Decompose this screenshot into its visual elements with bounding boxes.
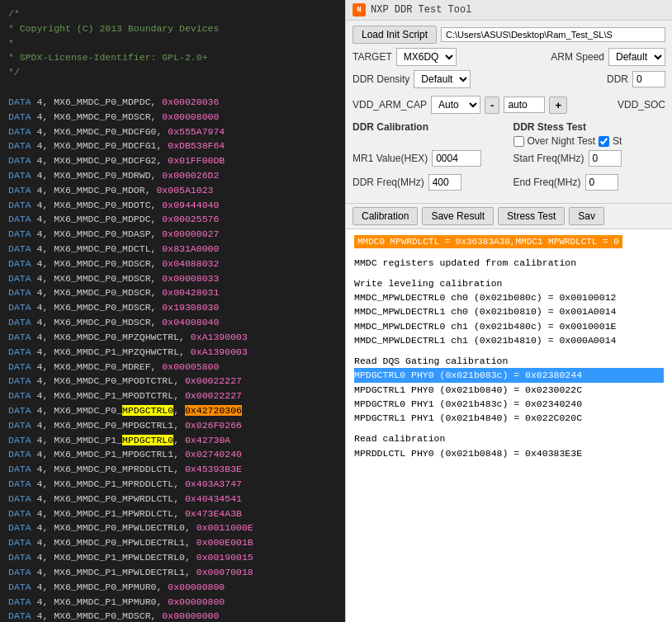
load-script-button[interactable]: Load Init Script bbox=[353, 26, 437, 44]
start-freq-col: Start Freq(MHz) bbox=[513, 150, 666, 171]
stress-test-button[interactable]: Stress Test bbox=[498, 207, 565, 225]
ddr-stress-col: DDR Stess Test Over Night Test St bbox=[513, 121, 666, 147]
code-line: DATA 4, MX6_MMDC_P0_MDCFG0, 0x555A7974 bbox=[8, 125, 337, 139]
vdd-minus-button[interactable]: - bbox=[485, 97, 499, 114]
end-freq-input[interactable] bbox=[585, 174, 618, 191]
code-line: DATA 4, MX6_MMDC_P0_MDOR, 0x005A1023 bbox=[8, 183, 337, 198]
vdd-plus-button[interactable]: + bbox=[549, 97, 567, 114]
code-line: */ bbox=[8, 65, 337, 80]
output-area: MMDC0 MPWRDLCTL = 0x36383A38,MMDC1 MPWRD… bbox=[346, 229, 672, 622]
code-line: DATA 4, MX6_MMDC_P1_MPODTCTRL, 0x0002222… bbox=[8, 389, 337, 403]
write-line: MMDC_MPWLDECTRL0 ch0 (0x021b080c) = 0x00… bbox=[354, 290, 664, 304]
read-line: MPRDDLCTL PHY0 (0x021b0848) = 0x40383E3E bbox=[354, 446, 664, 460]
write-line: MMDC_MPWLDECTRL0 ch1 (0x021b480c) = 0x00… bbox=[354, 319, 664, 333]
mr1-col: MR1 Value(HEX) bbox=[353, 150, 505, 171]
ddr-density-select[interactable]: Default bbox=[414, 70, 471, 88]
button-bar: Calibration Save Result Stress Test Sav bbox=[346, 204, 672, 229]
code-line: DATA 4, MX6_MMDC_P0_MPRDDLCTL, 0x45393B3… bbox=[8, 462, 337, 477]
code-line: DATA 4, MX6_MMDC_P0_MDSCR, 0x00008033 bbox=[8, 271, 337, 286]
end-freq-col: End Freq(MHz) bbox=[513, 174, 666, 195]
vdd-arm-cap-label: VDD_ARM_CAP bbox=[353, 99, 427, 111]
mr1-input[interactable] bbox=[432, 150, 481, 167]
code-line: DATA 4, MX6_MMDC_P0_MDCTL, 0x831A0000 bbox=[8, 242, 337, 257]
write-line: MMDC_MPWLDECTRL1 ch0 (0x021b0810) = 0x00… bbox=[354, 304, 664, 318]
code-line: DATA 4, MX6_MMDC_P0_MDOTC, 0x09444040 bbox=[8, 198, 337, 213]
ddr-stress-label: DDR Stess Test bbox=[513, 121, 666, 133]
code-editor: /* * Copyright (C) 2013 Boundary Devices… bbox=[0, 0, 345, 622]
ddr-freq-input[interactable] bbox=[428, 174, 461, 191]
code-line: DATA 4, MX6_MMDC_P0_MPWLDECTRL0, 0x00110… bbox=[8, 521, 337, 535]
mr1-row: MR1 Value(HEX) bbox=[353, 150, 505, 167]
code-line: DATA 4, MX6_MMDC_P0_MPDGCTRL1, 0x026F026… bbox=[8, 418, 337, 433]
code-line: /* bbox=[8, 7, 337, 21]
output-heading: MMDC registers updated from calibration bbox=[354, 256, 664, 270]
code-line bbox=[8, 80, 337, 95]
code-line: DATA 4, MX6_MMDC_P0_MDPDC, 0x00020036 bbox=[8, 95, 337, 110]
code-line: DATA 4, MX6_MMDC_P0_MDCFG2, 0x01FF00DB bbox=[8, 153, 337, 168]
ddr-label: DDR bbox=[607, 73, 628, 85]
overnight-checkbox[interactable] bbox=[513, 136, 524, 147]
script-path[interactable]: C:\Users\ASUS\Desktop\Ram_Test_SL\S bbox=[441, 27, 665, 42]
code-line: DATA 4, MX6_MMDC_P0_MPODTCTRL, 0x0002222… bbox=[8, 374, 337, 389]
ddr-density-label: DDR Density bbox=[353, 73, 409, 85]
ddr-value-input[interactable]: 0 bbox=[632, 71, 665, 87]
save-result-button[interactable]: Save Result bbox=[422, 207, 494, 225]
dqs-line: MPDGCTRL1 PHY1 (0x021b4840) = 0x022C020C bbox=[354, 411, 664, 425]
ddr-density-row: DDR Density Default DDR 0 bbox=[353, 70, 665, 88]
end-freq-label: End Freq(MHz) bbox=[513, 177, 581, 188]
vdd-arm-auto-select[interactable]: Auto bbox=[431, 96, 480, 114]
title-bar: N NXP DDR Test Tool bbox=[346, 0, 672, 21]
read-heading: Read calibration bbox=[354, 431, 664, 445]
write-heading: Write leveling calibration bbox=[354, 276, 664, 290]
target-row: TARGET MX6DQ ARM Speed Default bbox=[353, 48, 665, 66]
overnight-label: Over Night Test bbox=[528, 135, 595, 147]
app-title: NXP DDR Test Tool bbox=[371, 4, 471, 16]
code-line: DATA 4, MX6_MMDC_P0_MDCFG1, 0xDB538F64 bbox=[8, 139, 337, 153]
ddr-freq-col: DDR Freq(MHz) bbox=[353, 174, 505, 195]
code-line: * Copyright (C) 2013 Boundary Devices bbox=[8, 21, 337, 36]
calibration-button[interactable]: Calibration bbox=[353, 207, 418, 225]
write-line: MMDC_MPWLDECTRL1 ch1 (0x021b4810) = 0x00… bbox=[354, 333, 664, 347]
code-line: DATA 4, MX6_MMDC_P0_MPZQHWCTRL, 0xA13900… bbox=[8, 330, 337, 345]
code-line: * bbox=[8, 36, 337, 51]
code-line: DATA 4, MX6_MMDC_P1_MPWLDECTRL1, 0x00070… bbox=[8, 565, 337, 580]
code-line: DATA 4, MX6_MMDC_P0_MPDGCTRL0, 0x4272030… bbox=[8, 403, 337, 418]
code-line: DATA 4, MX6_MMDC_P1_MPWLDECTRL0, 0x00190… bbox=[8, 550, 337, 565]
dqs-line: MPDGCTRL0 PHY1 (0x021b483c) = 0x02340240 bbox=[354, 397, 664, 411]
dqs-line: MPDGCTRL0 PHY0 (0x021b083c) = 0x02380244 bbox=[354, 368, 664, 382]
start-freq-input[interactable] bbox=[589, 150, 622, 167]
vdd-arm-row: VDD_ARM_CAP Auto - auto + VDD_SOC bbox=[353, 96, 665, 114]
code-line: DATA 4, MX6_MMDC_P1_MPWRDLCTL, 0x473E4A3… bbox=[8, 507, 337, 521]
vdd-arm-value-input[interactable]: auto bbox=[504, 97, 545, 113]
stress-check2-label: St bbox=[613, 135, 622, 147]
ddr-freq-row: DDR Freq(MHz) bbox=[353, 174, 505, 191]
code-line: DATA 4, MX6_MMDC_P0_MDSCR, 0x04008040 bbox=[8, 315, 337, 330]
arm-speed-select[interactable]: Default bbox=[608, 48, 665, 66]
code-line: DATA 4, MX6_MMDC_P0_MDSCR, 0x04088032 bbox=[8, 257, 337, 271]
code-line: DATA 4, MX6_MMDC_P0_MDSCR, 0x00008000 bbox=[8, 110, 337, 125]
start-freq-row: Start Freq(MHz) bbox=[513, 150, 666, 167]
code-line: DATA 4, MX6_MMDC_P0_MDSCR, 0x19308030 bbox=[8, 300, 337, 315]
code-line: DATA 4, MX6_MMDC_P1_MPZQHWCTRL, 0xA13900… bbox=[8, 345, 337, 360]
ddr-calibration-col: DDR Calibration bbox=[353, 121, 505, 147]
end-freq-row: End Freq(MHz) bbox=[513, 174, 666, 191]
target-label: TARGET bbox=[353, 51, 392, 63]
arm-speed-label: ARM Speed bbox=[551, 51, 604, 63]
target-select[interactable]: MX6DQ bbox=[396, 48, 457, 66]
code-line: DATA 4, MX6_MMDC_P0_MDSCR, 0x00428031 bbox=[8, 285, 337, 300]
ddr-tool-panel: N NXP DDR Test Tool Load Init Script C:\… bbox=[345, 0, 672, 622]
code-line: DATA 4, MX6_MMDC_P1_MPMUR0, 0x00000800 bbox=[8, 595, 337, 610]
dqs-lines: MPDGCTRL0 PHY0 (0x021b083c) = 0x02380244… bbox=[354, 368, 664, 425]
stress-check2-checkbox[interactable] bbox=[599, 136, 609, 147]
code-line: DATA 4, MX6_MMDC_P0_MDSCR, 0x00000000 bbox=[8, 609, 337, 622]
read-lines: MPRDDLCTL PHY0 (0x021b0848) = 0x40383E3E bbox=[354, 446, 664, 460]
code-line: DATA 4, MX6_MMDC_P0_MPWRDLCTL, 0x4043454… bbox=[8, 492, 337, 507]
save2-button[interactable]: Sav bbox=[569, 207, 604, 225]
start-freq-label: Start Freq(MHz) bbox=[513, 153, 584, 164]
code-line: DATA 4, MX6_MMDC_P0_MDASP, 0x00000027 bbox=[8, 227, 337, 242]
output-banner-line: MMDC0 MPWRDLCTL = 0x36383A38,MMDC1 MPWRD… bbox=[354, 234, 664, 249]
dqs-heading: Read DQS Gating calibration bbox=[354, 354, 664, 368]
code-line: DATA 4, MX6_MMDC_P0_MDPDC, 0x00025576 bbox=[8, 212, 337, 227]
code-line: DATA 4, MX6_MMDC_P1_MPRDDLCTL, 0x403A374… bbox=[8, 477, 337, 492]
code-line: DATA 4, MX6_MMDC_P0_MPWLDECTRL1, 0x000E0… bbox=[8, 535, 337, 550]
